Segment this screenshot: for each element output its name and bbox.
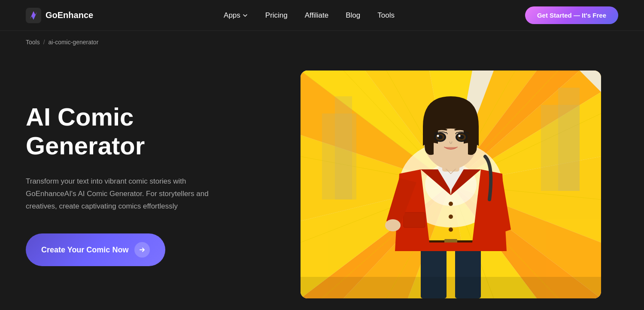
svg-rect-57 (301, 277, 601, 298)
logo[interactable]: GoEnhance (26, 8, 93, 23)
nav-links: Apps Pricing Affiliate Blog Tools (224, 11, 395, 20)
logo-text: GoEnhance (46, 10, 93, 20)
create-comic-button[interactable]: Create Your Comic Now (26, 233, 165, 266)
hero-description: Transform your text into vibrant comic s… (26, 175, 210, 213)
svg-rect-42 (404, 212, 425, 227)
get-started-button[interactable]: Get Started — It's Free (525, 6, 618, 24)
navbar: GoEnhance Apps Pricing Affiliate Blog To… (0, 0, 644, 31)
svg-point-54 (437, 135, 439, 137)
nav-blog[interactable]: Blog (346, 11, 360, 20)
hero-section: AI Comic Generator Transform your text i… (0, 53, 644, 310)
hero-image-area (283, 71, 618, 298)
nav-apps[interactable]: Apps (224, 11, 248, 20)
hero-left: AI Comic Generator Transform your text i… (26, 103, 249, 266)
manga-illustration (301, 71, 601, 298)
nav-affiliate[interactable]: Affiliate (305, 11, 328, 20)
svg-point-56 (385, 219, 401, 231)
breadcrumb-current: ai-comic-generator (49, 39, 99, 46)
svg-point-55 (459, 135, 461, 137)
logo-icon (26, 8, 41, 23)
svg-point-44 (449, 215, 453, 219)
hero-title: AI Comic Generator (26, 103, 249, 160)
nav-tools[interactable]: Tools (377, 11, 395, 20)
breadcrumb: Tools / ai-comic-generator (0, 31, 644, 53)
svg-rect-37 (558, 88, 580, 191)
svg-rect-35 (335, 96, 352, 200)
breadcrumb-tools-link[interactable]: Tools (26, 39, 40, 46)
chevron-down-icon (242, 12, 248, 18)
svg-point-43 (449, 202, 453, 206)
arrow-right-icon (134, 242, 150, 258)
nav-pricing[interactable]: Pricing (265, 11, 288, 20)
breadcrumb-separator: / (43, 39, 45, 46)
hero-image (301, 71, 601, 298)
svg-point-45 (449, 227, 453, 232)
